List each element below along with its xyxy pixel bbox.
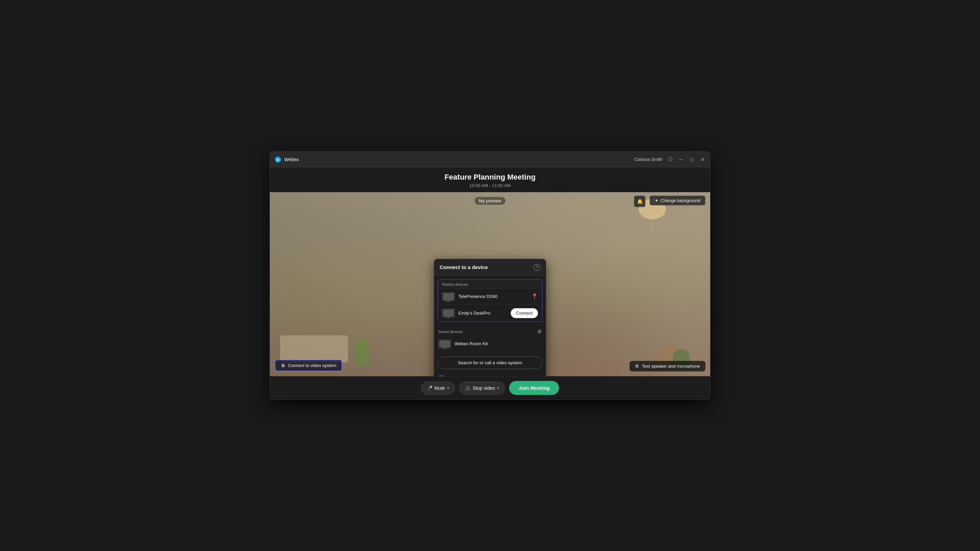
stop-video-chevron-icon: ▾	[497, 386, 499, 390]
device-icon-roomkit	[438, 340, 451, 348]
device-item-telepresence[interactable]: TelePresence DX80 📍	[438, 288, 542, 305]
popup-title: Connect to a device	[440, 264, 488, 270]
app-window: W Webex Clarissa Smith ⓘ ─ ◻ ✕ Feature P…	[269, 151, 711, 400]
mute-label: Mute	[434, 385, 445, 391]
checkbox-check-icon: ✓	[440, 376, 443, 376]
minimize-icon[interactable]: ─	[678, 157, 684, 162]
device-icon-inner-2	[443, 310, 453, 316]
popup-header: Connect to a device ?	[434, 259, 546, 276]
monitor-icon: 🖥	[281, 363, 285, 368]
meeting-header: Feature Planning Meeting 10:00 AM - 11:0…	[270, 167, 710, 192]
webex-logo-icon: W	[275, 156, 282, 163]
device-icon-deskpro	[442, 308, 455, 318]
device-icon-inner	[443, 293, 453, 300]
location-pin-icon[interactable]: 📍	[531, 293, 538, 300]
mute-chevron-icon: ▾	[447, 386, 449, 390]
user-name-label: Clarissa Smith	[634, 157, 662, 162]
stop-video-label: Stop video	[473, 385, 495, 391]
mute-button[interactable]: 🎤 Mute ▾	[421, 382, 455, 395]
title-bar-right: Clarissa Smith ⓘ ─ ◻ ✕	[634, 157, 705, 162]
sound-icon: 🔔	[637, 198, 643, 204]
saved-devices-settings-icon[interactable]: ⚙	[537, 329, 542, 335]
saved-devices-section: Saved devices ⚙ Webex Room Kit	[434, 325, 546, 353]
test-speaker-label: Test speaker and microphone	[642, 364, 700, 369]
connect-video-system-button[interactable]: 🖥 Connect to video system	[275, 359, 342, 372]
help-question-mark: ?	[536, 265, 538, 270]
device-item-deskpro[interactable]: Emily's DeskPro Connect	[438, 305, 542, 321]
magic-wand-icon: ✦	[655, 198, 659, 203]
device-name-roomkit: Webex Room Kit	[455, 341, 542, 346]
title-bar-icons: ⓘ ─ ◻ ✕	[667, 157, 705, 162]
test-speaker-button[interactable]: ⚙ Test speaker and microphone	[630, 361, 705, 372]
nearby-devices-section: Nearby devices TelePresence DX80 📍 Emily…	[438, 279, 542, 322]
microphone-icon: 🎤	[427, 385, 433, 391]
checkbox-label-text: Connect without pressing 1 on my video s…	[447, 375, 533, 376]
app-brand-label: Webex	[284, 157, 299, 162]
device-name-telepresence: TelePresence DX80	[458, 294, 528, 299]
saved-devices-header: Saved devices ⚙	[438, 329, 542, 337]
meeting-time: 10:00 AM - 11:00 AM	[270, 183, 710, 188]
checkbox-row: ✓ Connect without pressing 1 on my video…	[434, 372, 546, 376]
meeting-title: Feature Planning Meeting	[270, 173, 710, 182]
join-meeting-button[interactable]: Join Meeting	[509, 381, 559, 395]
popup-help-icon[interactable]: ?	[533, 264, 540, 271]
title-bar: W Webex Clarissa Smith ⓘ ─ ◻ ✕	[270, 152, 710, 167]
saved-device-item-roomkit[interactable]: Webex Room Kit	[438, 337, 542, 351]
stop-video-button[interactable]: 🎥 Stop video ▾	[459, 382, 505, 395]
change-bg-label: Change background	[660, 198, 700, 203]
info-icon[interactable]: ⓘ	[667, 157, 673, 162]
device-icon-telepresence	[442, 292, 455, 301]
main-content: My preview ✦ Change background 🔔 Connect…	[270, 192, 710, 376]
bottom-toolbar: 🎤 Mute ▾ 🎥 Stop video ▾ Join Meeting	[270, 376, 710, 399]
nearby-devices-label: Nearby devices	[438, 279, 542, 288]
search-video-system-button[interactable]: Search for or call a video system	[438, 356, 542, 369]
connect-video-label: Connect to video system	[288, 363, 336, 368]
connect-device-popup: Connect to a device ? Nearby devices Tel…	[434, 259, 546, 376]
svg-text:W: W	[276, 158, 279, 162]
sound-toggle-button[interactable]: 🔔	[634, 195, 646, 207]
device-name-deskpro: Emily's DeskPro	[458, 311, 508, 316]
preview-label: My preview	[475, 197, 505, 205]
title-bar-left: W Webex	[275, 156, 299, 163]
connect-without-press-checkbox[interactable]: ✓	[438, 375, 444, 376]
video-camera-icon: 🎥	[465, 385, 471, 391]
maximize-icon[interactable]: ◻	[689, 157, 695, 162]
gear-speaker-icon: ⚙	[635, 364, 639, 369]
connect-deskpro-button[interactable]: Connect	[511, 308, 538, 318]
close-icon[interactable]: ✕	[700, 157, 705, 162]
device-icon-inner-3	[440, 340, 450, 347]
change-background-button[interactable]: ✦ Change background	[649, 195, 705, 205]
saved-devices-label: Saved devices	[438, 330, 463, 333]
